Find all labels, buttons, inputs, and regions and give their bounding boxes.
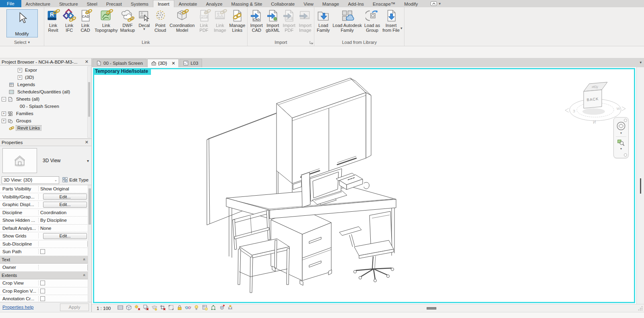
ribbon-tab-precast[interactable]: Precast	[102, 0, 126, 7]
viewcube-north-label[interactable]: N	[593, 120, 596, 124]
ribbon-tab-file[interactable]: File	[0, 0, 21, 7]
ribbon-tab-collaborate[interactable]: Collaborate	[266, 0, 299, 7]
panel-label-import[interactable]: Import	[248, 39, 314, 46]
detail-level-button[interactable]	[116, 305, 124, 312]
property-value[interactable]	[39, 240, 91, 248]
property-value[interactable]: Edit...	[39, 201, 91, 209]
property-value-text[interactable]: Coordination	[40, 210, 66, 215]
modify-button[interactable]: Modify	[6, 9, 38, 37]
temporary-view-properties-button[interactable]	[201, 305, 208, 312]
ribbon-button-import-cad[interactable]: CADImportCAD	[248, 8, 264, 33]
tree-item-groups[interactable]: +Groups	[0, 117, 91, 124]
viewcube-east-label[interactable]: E	[573, 109, 575, 113]
property-value-text[interactable]: By Discipline	[40, 218, 67, 223]
dialog-launcher-icon[interactable]	[310, 40, 313, 45]
property-value[interactable]: Edit...	[39, 232, 91, 240]
visual-style-button[interactable]	[125, 305, 132, 312]
scrollbar-thumb[interactable]	[88, 82, 90, 117]
temporary-hide-isolate-button[interactable]	[184, 305, 192, 312]
collapse-section-icon[interactable]: «	[83, 274, 87, 277]
ribbon-tab-view[interactable]: View	[299, 0, 318, 7]
ribbon-button-load-autodesk-family[interactable]: Load AutodeskFamily	[331, 8, 363, 33]
property-section-text[interactable]: Text«	[0, 256, 91, 264]
lock-3d-view-button[interactable]	[175, 305, 183, 312]
reveal-hidden-elements-button[interactable]	[192, 305, 200, 312]
analytical-model-button[interactable]	[209, 305, 217, 312]
property-value[interactable]: Edit...	[39, 193, 91, 201]
ribbon-tab-structure[interactable]: Structure	[55, 0, 83, 7]
property-value[interactable]	[39, 248, 91, 256]
tree-item-legends[interactable]: Legends	[0, 81, 91, 88]
property-value[interactable]: None	[39, 225, 91, 232]
edit-type-button[interactable]: Edit Type	[61, 176, 90, 184]
ribbon-tab-architecture[interactable]: Architecture	[21, 0, 55, 7]
vertical-scrollbar[interactable]	[636, 67, 644, 304]
scrollbar-thumb[interactable]	[89, 188, 91, 225]
zoom-dropdown-icon[interactable]: ▾	[620, 147, 622, 151]
project-browser-title-bar[interactable]: Project Browser - NCH-A-BDP-M3-... ✕	[0, 58, 91, 66]
ribbon-button-manage-links[interactable]: ManageLinks	[228, 8, 247, 33]
ribbon-tab-massing-site[interactable]: Massing & Site	[227, 0, 267, 7]
apply-button[interactable]: Apply	[60, 304, 89, 311]
close-icon[interactable]: ✕	[84, 140, 90, 145]
select-panel-label[interactable]: Select ▾	[0, 39, 44, 46]
ribbon-tab-analyze[interactable]: Analyze	[202, 0, 227, 7]
zoom-tool-icon[interactable]	[617, 138, 625, 147]
horizontal-scrollbar-thumb[interactable]	[427, 307, 436, 310]
property-value[interactable]: By Discipline	[39, 217, 91, 224]
edit-button[interactable]: Edit...	[43, 233, 87, 239]
expand-icon[interactable]: +	[2, 112, 6, 116]
ribbon-tab-annotate[interactable]: Annotate	[174, 0, 202, 7]
ribbon-button-import-gbxml[interactable]: ImportgbXML	[264, 8, 281, 33]
shadows-button[interactable]	[142, 305, 149, 312]
property-value[interactable]: Show Original	[39, 185, 91, 193]
tree-item-revit-links[interactable]: Revit Links	[0, 124, 91, 132]
ribbon-tab-steel[interactable]: Steel	[83, 0, 102, 7]
panel-label-link[interactable]: Link	[44, 39, 247, 46]
tree-item-families[interactable]: +Families	[0, 110, 91, 117]
view-scale-button[interactable]: 1 : 100	[97, 306, 111, 311]
ribbon-tab-insert[interactable]: Insert	[153, 0, 174, 7]
view-tab-00-splash-screen[interactable]: 00 - Splash Screen	[93, 59, 147, 67]
properties-scrollbar[interactable]	[88, 185, 91, 302]
expand-icon[interactable]: +	[18, 68, 22, 72]
ribbon-button-link-ifc[interactable]: LinkIFC	[61, 8, 77, 33]
type-selector[interactable]: 3D View ▾	[0, 146, 91, 175]
ribbon-tab-modify[interactable]: Modify	[400, 0, 422, 7]
checkbox-unchecked[interactable]	[40, 281, 45, 285]
crop-region-button[interactable]	[167, 305, 175, 312]
close-icon[interactable]: ✕	[84, 59, 90, 64]
property-value-text[interactable]: None	[40, 226, 52, 231]
expand-icon[interactable]: +	[2, 119, 6, 123]
checkbox-unchecked[interactable]	[40, 296, 45, 301]
ribbon-button-load-family[interactable]: LoadFamily	[315, 8, 331, 33]
ribbon-tab-add-ins[interactable]: Add-Ins	[343, 0, 368, 7]
property-value[interactable]	[39, 279, 91, 287]
property-value[interactable]	[39, 287, 91, 295]
properties-help-link[interactable]: Properties help	[2, 305, 33, 310]
collapse-icon[interactable]: −	[2, 97, 6, 101]
displacement-sets-button[interactable]	[218, 305, 225, 312]
tree-item-sheets-all[interactable]: −Sheets (all)	[0, 95, 91, 103]
property-value-text[interactable]: Show Original	[40, 186, 69, 191]
resize-grip-icon[interactable]	[638, 306, 643, 311]
steering-wheel-icon[interactable]	[616, 121, 626, 131]
ribbon-button-point-cloud[interactable]: PointCloud	[152, 8, 168, 33]
property-value[interactable]	[39, 264, 91, 271]
ribbon-tab-manage[interactable]: Manage	[318, 0, 344, 7]
ribbon-tab-systems[interactable]: Systems	[126, 0, 153, 7]
view-tab-3d[interactable]: {3D}✕	[147, 59, 179, 67]
property-section-extents[interactable]: Extents«	[0, 272, 91, 280]
minimize-ribbon-button[interactable]: ▾	[428, 0, 443, 7]
ribbon-button-insert-from-file[interactable]: Insertfrom File▾	[381, 8, 403, 33]
instance-selector-dropdown[interactable]: 3D View: {3D} ⌄	[2, 176, 59, 184]
steering-wheel-dropdown-icon[interactable]: ▾	[620, 131, 622, 135]
scrollbar-thumb[interactable]	[640, 178, 641, 194]
tree-item-00-splash-screen[interactable]: 00 - Splash Screen	[0, 103, 91, 110]
collapse-section-icon[interactable]: «	[83, 258, 87, 261]
close-view-icon[interactable]: ✕	[171, 61, 175, 66]
checkbox-unchecked[interactable]	[40, 249, 45, 254]
ribbon-button-decal[interactable]: Decal▾	[136, 8, 152, 31]
property-value[interactable]: Coordination	[39, 209, 91, 217]
sun-path-button[interactable]	[133, 305, 141, 312]
